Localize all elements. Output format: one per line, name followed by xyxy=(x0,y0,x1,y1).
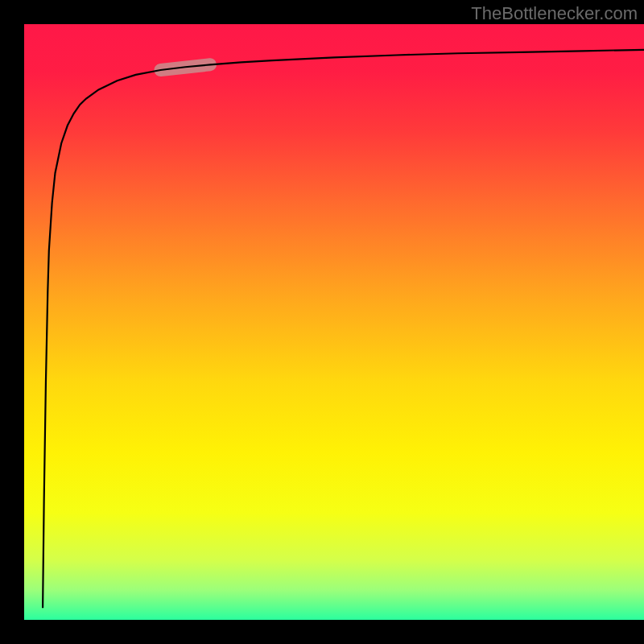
chart-svg xyxy=(0,0,644,644)
axis-left xyxy=(0,0,24,644)
chart-container: TheBottlenecker.com xyxy=(0,0,644,644)
watermark-text: TheBottlenecker.com xyxy=(471,3,638,24)
plot-background xyxy=(24,24,644,620)
axis-bottom xyxy=(0,620,644,644)
